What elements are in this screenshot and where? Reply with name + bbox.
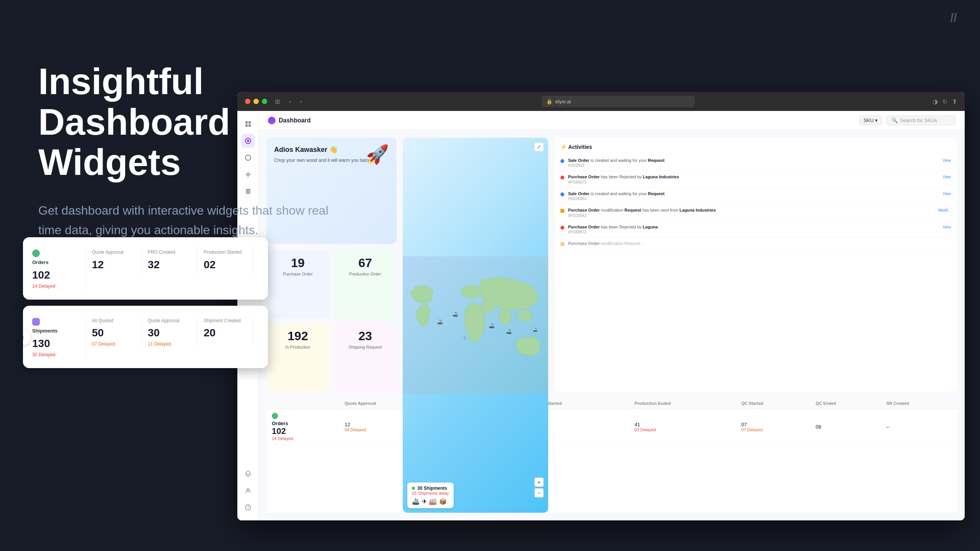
activity-view-1[interactable]: View bbox=[943, 158, 951, 168]
activity-view-5[interactable]: View bbox=[943, 224, 951, 234]
svg-text:?: ? bbox=[247, 505, 249, 510]
orders-label: Orders bbox=[32, 259, 78, 266]
logo-icon: // bbox=[950, 11, 957, 25]
orders-row-main: Orders 102 14 Delayed bbox=[266, 409, 339, 445]
activity-view-2[interactable]: View bbox=[943, 174, 951, 184]
activity-dot-5 bbox=[560, 226, 564, 230]
prev-arrow[interactable]: ‹ bbox=[23, 330, 31, 345]
orders-col-2: PRO Created 32 bbox=[148, 246, 198, 276]
sidebar-item-bell[interactable] bbox=[241, 467, 255, 481]
activity-text-1: Sale Order is created and waiting for yo… bbox=[568, 158, 939, 163]
stat-production-order: 67 Production Order bbox=[334, 250, 397, 318]
activity-ref-3: #SO35453 bbox=[568, 197, 939, 201]
orders-col-2-label: PRO Created bbox=[148, 249, 191, 256]
activity-dot-4 bbox=[560, 209, 564, 213]
orders-col-1-label: Quote Approval bbox=[92, 249, 135, 256]
theme-toggle-icon[interactable]: ◑ bbox=[933, 98, 938, 105]
activity-item-1: Sale Order is created and waiting for yo… bbox=[560, 155, 951, 171]
orders-widget-card: Orders 102 14 Delayed Quote Approval 12 … bbox=[23, 237, 268, 300]
lock-icon: 🔒 bbox=[546, 99, 552, 104]
pipeline-header-qc-ended: QC Ended bbox=[810, 398, 881, 409]
zoom-out-button[interactable]: − bbox=[534, 488, 544, 497]
browser-actions: ◑ ↻ ⬆ bbox=[933, 98, 957, 105]
page-title: Insightful Dashboard Widgets bbox=[38, 61, 383, 183]
orders-col-sr-created: – bbox=[881, 409, 957, 445]
left-content-area: Insightful Dashboard Widgets Get dashboa… bbox=[38, 61, 383, 240]
url-text: elyxr.ai bbox=[555, 99, 571, 104]
stat-inprod-value: 192 bbox=[273, 329, 323, 343]
stat-prod-label: Production Order bbox=[340, 272, 390, 276]
sku-dropdown[interactable]: SKU ▾ bbox=[859, 116, 882, 125]
map-zoom-controls: + − bbox=[534, 478, 544, 497]
address-bar[interactable]: 🔒 elyxr.ai bbox=[542, 96, 695, 107]
activity-ref-5: #PO89873 bbox=[568, 230, 939, 234]
orders-pe-delayed: 03 Delayed bbox=[634, 427, 730, 432]
shipments-label: Shipments bbox=[32, 328, 78, 334]
orders-qcs-delayed: 07 Delayed bbox=[742, 427, 805, 432]
pipeline-header-sr-created: SR Created bbox=[881, 398, 957, 409]
pipeline-header-name bbox=[266, 398, 339, 409]
orders-col-3-label: Production Started bbox=[204, 249, 247, 256]
activity-text-2: Purchase Order has been Rejected by Lagu… bbox=[568, 174, 939, 180]
map-shipments-count: 30 Shipments bbox=[417, 486, 447, 491]
orders-icon bbox=[32, 249, 40, 257]
svg-text:🚢: 🚢 bbox=[533, 327, 538, 332]
orders-col-3: Production Started 02 bbox=[204, 246, 253, 276]
search-placeholder: Search for SKUs bbox=[900, 117, 937, 123]
svg-text:🚢: 🚢 bbox=[489, 323, 495, 328]
activity-view-3[interactable]: View bbox=[943, 191, 951, 201]
shipments-col-2: Quote Approval 30 11 Delayed bbox=[148, 315, 198, 350]
page-subtitle: Get dashboard with interactive widgets t… bbox=[38, 201, 329, 240]
sidebar-item-user[interactable] bbox=[241, 484, 255, 497]
stat-prod-value: 67 bbox=[340, 256, 390, 270]
map-shipments-delay: 03 Shipments delay bbox=[412, 491, 449, 496]
sidebar-item-question[interactable]: ? bbox=[241, 500, 255, 514]
activity-item-5: Purchase Order has been Rejected by Lagu… bbox=[560, 221, 951, 238]
shipments-col-1-label: All Quoted bbox=[92, 318, 135, 324]
stat-in-production: 192 In Production bbox=[266, 323, 329, 391]
activity-dot-3 bbox=[560, 192, 564, 196]
shipments-col-2-value: 30 bbox=[148, 327, 191, 339]
svg-text:🚢: 🚢 bbox=[437, 319, 443, 324]
stat-ship-value: 23 bbox=[340, 329, 390, 343]
activity-text-6: Purchase Order modification Request... bbox=[568, 241, 951, 246]
widget-cards-area: Orders 102 14 Delayed Quote Approval 12 … bbox=[23, 237, 268, 374]
svg-text:🚢: 🚢 bbox=[452, 311, 458, 317]
stat-po-value: 19 bbox=[273, 256, 323, 270]
orders-row-label: Orders bbox=[272, 421, 334, 426]
zoom-in-button[interactable]: + bbox=[534, 478, 544, 487]
orders-row-icon bbox=[272, 413, 278, 419]
activity-view-4[interactable]: Modif... bbox=[938, 207, 951, 217]
shipments-col-1: All Quoted 50 07 Delayed bbox=[92, 315, 142, 350]
search-bar[interactable]: 🔍 Search for SKUs bbox=[887, 116, 956, 125]
activity-ref-2: #PO89873 bbox=[568, 180, 939, 184]
shipments-widget-card: ‹ Shipments 130 30 Delayed All Quoted 50… bbox=[23, 306, 268, 368]
orders-row-delayed: 14 Delayed bbox=[272, 436, 334, 441]
svg-text:🚢: 🚢 bbox=[506, 328, 512, 334]
shipments-col-3: Shipment Created 20 bbox=[204, 315, 253, 345]
shipments-scroll-row: Shipments 130 30 Delayed All Quoted 50 0… bbox=[32, 315, 259, 360]
orders-col-prod-ended: 41 03 Delayed bbox=[629, 409, 736, 445]
activity-ref-1: #SO3503 bbox=[568, 163, 939, 168]
shipments-value: 130 bbox=[32, 337, 78, 350]
shipments-col-1-delayed: 07 Delayed bbox=[92, 341, 135, 347]
share-icon[interactable]: ⬆ bbox=[952, 98, 957, 105]
shipments-col-2-label: Quote Approval bbox=[148, 318, 191, 324]
activity-text-3: Sale Order is created and waiting for yo… bbox=[568, 191, 939, 197]
stat-inprod-label: In Production bbox=[273, 345, 323, 349]
activities-title: ⚡ Activities bbox=[560, 144, 951, 150]
stat-po-label: Purchase Order bbox=[273, 272, 323, 276]
orders-col-1: Quote Approval 12 bbox=[92, 246, 142, 276]
stat-shipping-request: 23 Shipping Request bbox=[334, 323, 397, 391]
orders-scroll-row: Orders 102 14 Delayed Quote Approval 12 … bbox=[32, 246, 259, 292]
map-expand-button[interactable]: ⤢ bbox=[534, 142, 544, 152]
search-icon: 🔍 bbox=[892, 117, 898, 123]
orders-value: 102 bbox=[32, 269, 78, 281]
activity-ref-4: #PO23042 bbox=[568, 214, 934, 218]
activity-dot-2 bbox=[560, 176, 564, 179]
stats-grid: 19 Purchase Order 67 Production Order 19… bbox=[266, 250, 397, 392]
shipments-col-2-delayed: 11 Delayed bbox=[148, 341, 191, 347]
shipments-delayed: 30 Delayed bbox=[32, 352, 78, 357]
reload-icon[interactable]: ↻ bbox=[942, 98, 947, 105]
activity-text-4: Purchase Order modification Request has … bbox=[568, 207, 934, 213]
